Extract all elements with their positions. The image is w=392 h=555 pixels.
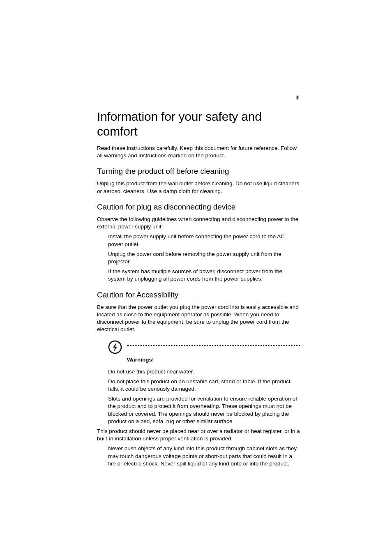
list-item: Never push objects of any kind into this… xyxy=(108,445,300,467)
list-item: Install the power supply unit before con… xyxy=(108,233,300,248)
warning-label: Warnings! xyxy=(127,356,300,363)
warning-divider-row xyxy=(108,340,300,354)
dotted-divider xyxy=(127,345,300,346)
bullet-list: Never push objects of any kind into this… xyxy=(108,445,300,467)
page-content: Information for your safety and comfort … xyxy=(97,109,300,470)
list-item: Do not place this product on an unstable… xyxy=(108,378,300,393)
page-number: iii xyxy=(295,94,300,101)
list-item: Do not use this product near water. xyxy=(108,368,300,375)
bullet-list: Do not use this product near water. Do n… xyxy=(108,368,300,426)
section-heading-plug: Caution for plug as disconnecting device xyxy=(97,203,300,212)
list-item: Unplug the power cord before removing th… xyxy=(108,251,300,265)
section-para: Unplug this product from the wall outlet… xyxy=(97,180,300,195)
body-paragraph: This product should never be placed near… xyxy=(97,428,300,442)
warning-lightning-icon xyxy=(108,340,122,354)
list-item: Slots and openings are provided for vent… xyxy=(108,395,300,425)
section-heading-cleaning: Turning the product off before cleaning xyxy=(97,167,300,176)
page-title: Information for your safety and comfort xyxy=(97,109,300,139)
section-para: Be sure that the power outlet you plug t… xyxy=(97,304,300,334)
section-intro: Observe the following guidelines when co… xyxy=(97,216,300,230)
list-item: If the system has multiple sources of po… xyxy=(108,268,300,283)
section-heading-accessibility: Caution for Accessibility xyxy=(97,290,300,299)
intro-paragraph: Read these instructions carefully. Keep … xyxy=(97,145,300,159)
bullet-list: Install the power supply unit before con… xyxy=(108,233,300,283)
